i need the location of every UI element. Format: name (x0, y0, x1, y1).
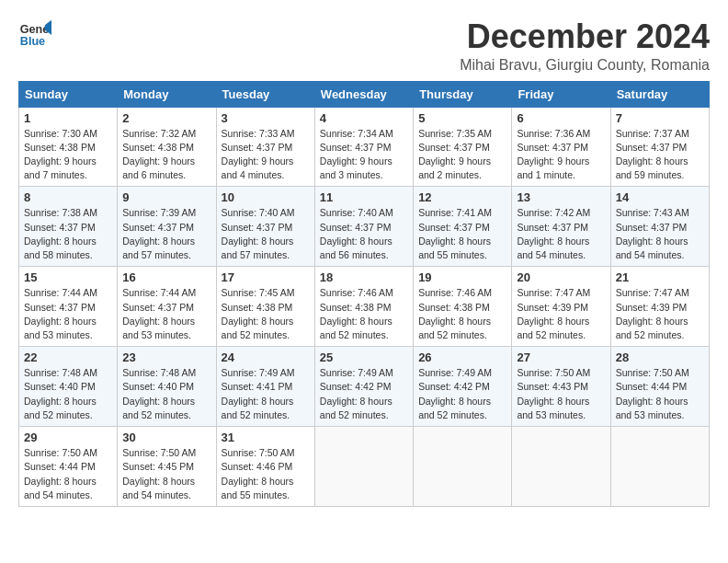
page-title: December 2024 (460, 18, 710, 55)
day-detail: Sunrise: 7:50 AM Sunset: 4:46 PM Dayligh… (222, 447, 295, 500)
calendar-cell: 27Sunrise: 7:50 AM Sunset: 4:43 PM Dayli… (512, 347, 610, 427)
day-detail: Sunrise: 7:39 AM Sunset: 4:37 PM Dayligh… (122, 207, 196, 260)
day-detail: Sunrise: 7:50 AM Sunset: 4:44 PM Dayligh… (616, 367, 689, 420)
week-row-3: 15Sunrise: 7:44 AM Sunset: 4:37 PM Dayli… (19, 267, 710, 347)
day-detail: Sunrise: 7:48 AM Sunset: 4:40 PM Dayligh… (24, 367, 97, 420)
day-number: 11 (320, 190, 408, 204)
day-number: 6 (517, 111, 605, 125)
day-number: 12 (418, 190, 506, 204)
week-row-5: 29Sunrise: 7:50 AM Sunset: 4:44 PM Dayli… (19, 427, 710, 507)
calendar-cell: 29Sunrise: 7:50 AM Sunset: 4:44 PM Dayli… (19, 427, 118, 507)
day-number: 27 (517, 350, 605, 364)
day-number: 5 (418, 111, 506, 125)
day-detail: Sunrise: 7:41 AM Sunset: 4:37 PM Dayligh… (418, 207, 492, 260)
day-number: 15 (24, 270, 112, 284)
day-detail: Sunrise: 7:33 AM Sunset: 4:37 PM Dayligh… (222, 128, 295, 181)
day-detail: Sunrise: 7:47 AM Sunset: 4:39 PM Dayligh… (517, 287, 590, 340)
day-number: 18 (320, 270, 408, 284)
day-number: 16 (122, 270, 210, 284)
day-detail: Sunrise: 7:37 AM Sunset: 4:37 PM Dayligh… (616, 128, 689, 181)
week-row-2: 8Sunrise: 7:38 AM Sunset: 4:37 PM Daylig… (19, 187, 710, 267)
day-number: 3 (222, 111, 310, 125)
calendar-cell (610, 427, 709, 507)
day-detail: Sunrise: 7:30 AM Sunset: 4:38 PM Dayligh… (24, 128, 97, 181)
weekday-header-monday: Monday (118, 81, 216, 107)
day-detail: Sunrise: 7:35 AM Sunset: 4:37 PM Dayligh… (418, 128, 492, 181)
day-number: 7 (616, 111, 704, 125)
day-detail: Sunrise: 7:46 AM Sunset: 4:38 PM Dayligh… (320, 287, 393, 340)
day-detail: Sunrise: 7:46 AM Sunset: 4:38 PM Dayligh… (418, 287, 492, 340)
calendar-cell: 12Sunrise: 7:41 AM Sunset: 4:37 PM Dayli… (414, 187, 512, 267)
header: General Blue December 2024 Mihai Bravu, … (18, 18, 710, 74)
day-detail: Sunrise: 7:43 AM Sunset: 4:37 PM Dayligh… (616, 207, 689, 260)
day-number: 17 (222, 270, 310, 284)
day-number: 19 (418, 270, 506, 284)
calendar-cell: 6Sunrise: 7:36 AM Sunset: 4:37 PM Daylig… (512, 107, 610, 187)
calendar-cell: 25Sunrise: 7:49 AM Sunset: 4:42 PM Dayli… (314, 347, 413, 427)
day-detail: Sunrise: 7:34 AM Sunset: 4:37 PM Dayligh… (320, 128, 393, 181)
calendar-cell: 1Sunrise: 7:30 AM Sunset: 4:38 PM Daylig… (19, 107, 118, 187)
calendar-cell (414, 427, 512, 507)
day-number: 30 (122, 431, 210, 444)
calendar-cell: 28Sunrise: 7:50 AM Sunset: 4:44 PM Dayli… (610, 347, 709, 427)
calendar-cell (314, 427, 413, 507)
day-number: 28 (616, 350, 704, 364)
calendar-cell: 24Sunrise: 7:49 AM Sunset: 4:41 PM Dayli… (216, 347, 314, 427)
day-number: 29 (24, 431, 112, 444)
day-detail: Sunrise: 7:40 AM Sunset: 4:37 PM Dayligh… (320, 207, 393, 260)
weekday-header-sunday: Sunday (19, 81, 118, 107)
weekday-header-row: SundayMondayTuesdayWednesdayThursdayFrid… (19, 81, 710, 107)
calendar-cell: 19Sunrise: 7:46 AM Sunset: 4:38 PM Dayli… (414, 267, 512, 347)
day-detail: Sunrise: 7:40 AM Sunset: 4:37 PM Dayligh… (222, 207, 295, 260)
calendar-cell: 18Sunrise: 7:46 AM Sunset: 4:38 PM Dayli… (314, 267, 413, 347)
day-detail: Sunrise: 7:49 AM Sunset: 4:42 PM Dayligh… (418, 367, 492, 420)
day-number: 8 (24, 190, 112, 204)
day-detail: Sunrise: 7:44 AM Sunset: 4:37 PM Dayligh… (24, 287, 97, 340)
day-detail: Sunrise: 7:45 AM Sunset: 4:38 PM Dayligh… (222, 287, 295, 340)
day-number: 9 (122, 190, 210, 204)
calendar-cell: 16Sunrise: 7:44 AM Sunset: 4:37 PM Dayli… (118, 267, 216, 347)
calendar-cell: 5Sunrise: 7:35 AM Sunset: 4:37 PM Daylig… (414, 107, 512, 187)
weekday-header-saturday: Saturday (610, 81, 709, 107)
calendar-cell: 23Sunrise: 7:48 AM Sunset: 4:40 PM Dayli… (118, 347, 216, 427)
calendar-cell: 21Sunrise: 7:47 AM Sunset: 4:39 PM Dayli… (610, 267, 709, 347)
calendar-cell: 7Sunrise: 7:37 AM Sunset: 4:37 PM Daylig… (610, 107, 709, 187)
calendar-cell: 10Sunrise: 7:40 AM Sunset: 4:37 PM Dayli… (216, 187, 314, 267)
svg-text:Blue: Blue (20, 35, 45, 48)
weekday-header-friday: Friday (512, 81, 610, 107)
calendar-cell: 20Sunrise: 7:47 AM Sunset: 4:39 PM Dayli… (512, 267, 610, 347)
day-number: 2 (122, 111, 210, 125)
day-detail: Sunrise: 7:36 AM Sunset: 4:37 PM Dayligh… (517, 128, 590, 181)
weekday-header-wednesday: Wednesday (314, 81, 413, 107)
calendar-cell: 11Sunrise: 7:40 AM Sunset: 4:37 PM Dayli… (314, 187, 413, 267)
logo-icon: General Blue (18, 18, 51, 52)
day-number: 25 (320, 350, 408, 364)
day-number: 1 (24, 111, 112, 125)
weekday-header-thursday: Thursday (414, 81, 512, 107)
day-number: 31 (222, 431, 310, 444)
day-detail: Sunrise: 7:50 AM Sunset: 4:45 PM Dayligh… (122, 447, 196, 500)
calendar-cell: 9Sunrise: 7:39 AM Sunset: 4:37 PM Daylig… (118, 187, 216, 267)
day-detail: Sunrise: 7:50 AM Sunset: 4:44 PM Dayligh… (24, 447, 97, 500)
calendar-cell: 30Sunrise: 7:50 AM Sunset: 4:45 PM Dayli… (118, 427, 216, 507)
day-detail: Sunrise: 7:47 AM Sunset: 4:39 PM Dayligh… (616, 287, 689, 340)
day-number: 14 (616, 190, 704, 204)
page-subtitle: Mihai Bravu, Giurgiu County, Romania (460, 57, 710, 74)
calendar-cell: 26Sunrise: 7:49 AM Sunset: 4:42 PM Dayli… (414, 347, 512, 427)
day-number: 21 (616, 270, 704, 284)
page-container: General Blue December 2024 Mihai Bravu, … (18, 18, 710, 507)
day-number: 23 (122, 350, 210, 364)
day-number: 26 (418, 350, 506, 364)
day-number: 22 (24, 350, 112, 364)
calendar-cell (512, 427, 610, 507)
day-number: 24 (222, 350, 310, 364)
title-block: December 2024 Mihai Bravu, Giurgiu Count… (460, 18, 710, 74)
week-row-1: 1Sunrise: 7:30 AM Sunset: 4:38 PM Daylig… (19, 107, 710, 187)
calendar-table: SundayMondayTuesdayWednesdayThursdayFrid… (18, 81, 710, 507)
logo: General Blue (18, 18, 51, 52)
day-number: 4 (320, 111, 408, 125)
weekday-header-tuesday: Tuesday (216, 81, 314, 107)
day-detail: Sunrise: 7:44 AM Sunset: 4:37 PM Dayligh… (122, 287, 196, 340)
day-detail: Sunrise: 7:42 AM Sunset: 4:37 PM Dayligh… (517, 207, 590, 260)
day-number: 20 (517, 270, 605, 284)
